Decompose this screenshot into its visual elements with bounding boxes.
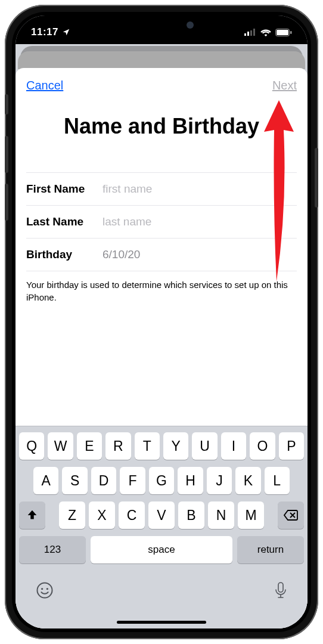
delete-key[interactable] (278, 501, 304, 529)
emoji-icon (36, 581, 54, 599)
shift-key[interactable] (19, 501, 45, 529)
svg-rect-3 (253, 29, 255, 36)
numbers-key[interactable]: 123 (19, 536, 86, 564)
last-name-row: Last Name (26, 205, 297, 239)
key-y[interactable]: Y (163, 432, 188, 460)
last-name-label: Last Name (26, 215, 103, 228)
svg-rect-0 (244, 33, 246, 36)
key-u[interactable]: U (192, 432, 217, 460)
home-indicator[interactable] (117, 621, 206, 624)
key-b[interactable]: B (178, 501, 204, 529)
key-w[interactable]: W (48, 432, 73, 460)
svg-rect-6 (290, 31, 292, 34)
nav-bar: Cancel Next (15, 68, 308, 98)
birthday-row[interactable]: Birthday 6/10/20 (26, 238, 297, 271)
key-h[interactable]: H (178, 467, 203, 494)
keyboard: QWERTYUIOP ASDFGHJKL ZXCVBNM (15, 426, 308, 628)
key-d[interactable]: D (91, 467, 116, 494)
key-o[interactable]: O (250, 432, 275, 460)
first-name-label: First Name (26, 182, 103, 196)
bezel: 11:17 (12, 12, 311, 632)
key-l[interactable]: L (265, 467, 290, 494)
screen: 11:17 (15, 16, 308, 628)
space-key[interactable]: space (91, 536, 232, 564)
svg-point-7 (38, 583, 52, 598)
key-n[interactable]: N (208, 501, 234, 529)
key-i[interactable]: I (221, 432, 246, 460)
mute-switch (5, 94, 8, 114)
cancel-button[interactable]: Cancel (26, 79, 63, 92)
last-name-input[interactable] (103, 215, 297, 228)
first-name-input[interactable] (103, 182, 297, 196)
dictation-key[interactable] (274, 581, 287, 599)
svg-rect-10 (278, 583, 283, 592)
key-f[interactable]: F (120, 467, 145, 494)
location-arrow-icon (62, 28, 70, 36)
birthday-value: 6/10/20 (103, 248, 297, 261)
svg-point-9 (46, 588, 48, 590)
volume-down-button (5, 184, 8, 221)
shift-icon (26, 509, 39, 522)
svg-rect-5 (277, 30, 288, 35)
wifi-icon (260, 29, 271, 36)
key-e[interactable]: E (77, 432, 102, 460)
key-q[interactable]: Q (19, 432, 44, 460)
power-button (315, 148, 318, 208)
key-k[interactable]: K (235, 467, 260, 494)
birthday-label: Birthday (26, 248, 103, 261)
key-v[interactable]: V (148, 501, 175, 529)
emoji-key[interactable] (36, 581, 54, 599)
key-r[interactable]: R (105, 432, 131, 460)
key-c[interactable]: C (119, 501, 145, 529)
delete-icon (284, 510, 298, 521)
page-title: Name and Birthday (15, 98, 308, 173)
key-x[interactable]: X (89, 501, 115, 529)
key-t[interactable]: T (135, 432, 160, 460)
status-time: 11:17 (31, 26, 58, 38)
volume-up-button (5, 136, 8, 173)
signal-icon (244, 29, 256, 36)
next-button[interactable]: Next (272, 79, 297, 92)
form: First Name Last Name Birthday 6/10/20 Yo… (15, 173, 308, 304)
svg-rect-2 (250, 30, 252, 36)
sheet-background-layer-2 (18, 51, 305, 69)
svg-rect-1 (247, 32, 249, 36)
return-key[interactable]: return (237, 536, 304, 564)
svg-point-8 (41, 588, 43, 590)
key-g[interactable]: G (149, 467, 174, 494)
key-s[interactable]: S (62, 467, 87, 494)
mic-icon (274, 581, 287, 599)
footnote: Your birthday is used to determine which… (26, 271, 297, 304)
key-a[interactable]: A (33, 467, 58, 494)
battery-icon (275, 29, 292, 36)
key-z[interactable]: Z (59, 501, 85, 529)
notch (91, 16, 232, 35)
first-name-row: First Name (26, 172, 297, 206)
key-m[interactable]: M (238, 501, 264, 529)
phone-frame: 11:17 (5, 5, 318, 639)
key-j[interactable]: J (207, 467, 232, 494)
key-p[interactable]: P (279, 432, 304, 460)
